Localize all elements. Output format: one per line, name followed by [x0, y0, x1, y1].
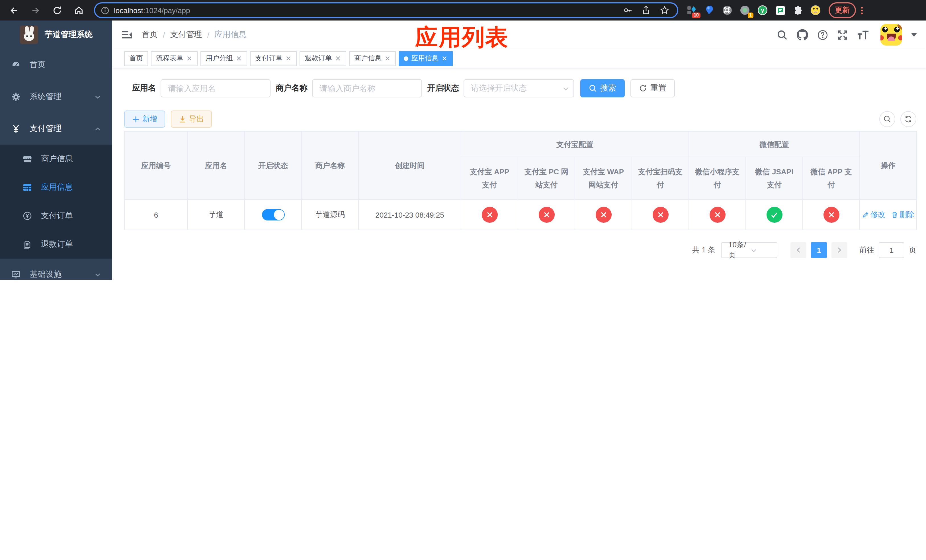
balloon-extension-icon[interactable]	[705, 5, 715, 15]
url-text: localhost:1024/pay/app	[114, 6, 190, 15]
col-create-time: 创建时间	[359, 131, 461, 200]
table-toolbar: 新增 导出	[124, 110, 916, 128]
document-icon	[23, 240, 32, 249]
close-icon[interactable]	[335, 55, 341, 62]
forward-icon[interactable]	[31, 5, 41, 15]
open-status-select[interactable]: 请选择开启状态	[464, 79, 574, 97]
yen-icon	[11, 124, 21, 133]
sidebar-item-label: 应用信息	[41, 182, 73, 192]
refresh-table-button[interactable]	[900, 111, 916, 127]
sidebar-item-refund-orders[interactable]: 退款订单	[0, 230, 112, 259]
delete-button[interactable]: 删除	[891, 210, 914, 220]
reset-button[interactable]: 重置	[631, 79, 675, 97]
extension-badge: 10	[692, 12, 701, 18]
next-page-button[interactable]	[831, 242, 847, 258]
sidebar-item-payment-orders[interactable]: 支付订单	[0, 202, 112, 230]
tab-payment-orders[interactable]: 支付订单	[250, 51, 297, 66]
navbar-actions	[777, 24, 917, 45]
merchant-name-input[interactable]	[312, 79, 422, 97]
active-dot	[404, 56, 409, 61]
col-wechat-lite: 微信小程序支付	[689, 157, 746, 200]
sidebar-item-home[interactable]: 首页	[0, 49, 112, 81]
tab-user-group[interactable]: 用户分组	[200, 51, 247, 66]
tab-merchant-info[interactable]: 商户信息	[349, 51, 396, 66]
sketch-extension-icon[interactable]: 10	[687, 5, 697, 15]
sidebar-fold-icon[interactable]	[121, 29, 133, 41]
home-icon[interactable]	[74, 5, 84, 15]
goto-page-input[interactable]	[879, 242, 904, 258]
recorder-extension-icon[interactable]: 1	[740, 5, 750, 15]
prev-page-button[interactable]	[790, 242, 806, 258]
close-icon[interactable]	[285, 55, 292, 62]
status-toggle[interactable]	[262, 209, 284, 221]
edit-button[interactable]: 修改	[862, 210, 885, 220]
cell-create-time: 2021-10-23 08:49:25	[359, 200, 461, 230]
goto-label: 前往	[859, 245, 874, 255]
search-button[interactable]: 搜索	[580, 79, 625, 97]
sidebar-item-label: 支付订单	[41, 211, 73, 221]
cell-merchant-name: 芋道源码	[301, 200, 359, 230]
tab-refund-orders[interactable]: 退款订单	[300, 51, 346, 66]
close-icon[interactable]	[384, 55, 391, 62]
col-actions: 操作	[859, 131, 917, 200]
sidebar-item-infrastructure[interactable]: 基础设施	[0, 259, 112, 280]
col-wechat-app: 微信 APP 支付	[803, 157, 859, 200]
sidebar: 芋道管理系统 首页 系统管理 支付管理 商户信息	[0, 21, 112, 280]
reload-icon[interactable]	[52, 5, 62, 15]
sidebar-item-app-info[interactable]: 应用信息	[0, 173, 112, 202]
gear-icon	[11, 92, 21, 101]
help-icon[interactable]	[817, 29, 828, 40]
sidebar-item-label: 基础设施	[30, 269, 62, 280]
font-size-icon[interactable]	[857, 29, 869, 40]
chevron-down-icon	[95, 94, 101, 100]
avatar[interactable]	[881, 24, 902, 45]
show-search-toggle-button[interactable]	[879, 111, 895, 127]
back-icon[interactable]	[9, 5, 19, 15]
update-browser-button[interactable]: 更新	[829, 2, 856, 18]
breadcrumb-payment[interactable]: 支付管理	[170, 30, 202, 40]
tab-app-info[interactable]: 应用信息	[399, 51, 453, 66]
tab-home[interactable]: 首页	[124, 51, 148, 66]
shop-icon	[23, 154, 32, 163]
current-page-button[interactable]: 1	[811, 242, 827, 258]
browser-extensions: 10 1 y	[687, 5, 821, 15]
col-group-wechat: 微信配置	[689, 131, 859, 157]
export-button[interactable]: 导出	[171, 110, 212, 128]
password-key-icon[interactable]	[623, 6, 632, 15]
close-icon[interactable]	[441, 55, 448, 62]
browser-menu-icon[interactable]	[861, 6, 863, 14]
emoji-profile-icon[interactable]	[810, 5, 821, 15]
site-info-icon[interactable]	[101, 6, 109, 15]
address-bar[interactable]: localhost:1024/pay/app	[94, 2, 678, 18]
close-icon[interactable]	[236, 55, 242, 62]
sidebar-logo[interactable]: 芋道管理系统	[0, 21, 112, 49]
extensions-puzzle-icon[interactable]	[793, 5, 803, 15]
bookmark-star-icon[interactable]	[660, 6, 669, 15]
screen: localhost:1024/pay/app 10 1 y 更新	[0, 0, 926, 280]
page-unit-label: 页	[909, 245, 916, 255]
caret-down-icon[interactable]	[911, 33, 917, 37]
command-extension-icon[interactable]	[722, 5, 732, 15]
sidebar-item-payment[interactable]: 支付管理	[0, 113, 112, 145]
page-size-select[interactable]: 10条/页	[721, 242, 777, 258]
app-name-input[interactable]	[160, 79, 271, 97]
sidebar-item-merchant-info[interactable]: 商户信息	[0, 145, 112, 173]
share-icon[interactable]	[642, 6, 651, 15]
open-status-label: 开启状态	[427, 83, 459, 94]
sidebar-item-system[interactable]: 系统管理	[0, 81, 112, 113]
col-alipay-qr: 支付宝扫码支付	[632, 157, 689, 200]
breadcrumb-home[interactable]: 首页	[142, 30, 158, 40]
col-wechat-jsapi: 微信 JSAPI 支付	[746, 157, 803, 200]
page-annotation: 应用列表	[415, 22, 508, 53]
grid-icon	[23, 183, 32, 192]
search-icon[interactable]	[777, 29, 788, 40]
payment-submenu: 商户信息 应用信息 支付订单 退款订单	[0, 145, 112, 259]
y-extension-icon[interactable]: y	[757, 5, 768, 15]
close-icon[interactable]	[186, 55, 192, 62]
navbar: 首页 / 支付管理 / 应用信息 应用列表	[112, 21, 926, 49]
fullscreen-icon[interactable]	[837, 29, 848, 40]
github-icon[interactable]	[797, 29, 808, 41]
chat-extension-icon[interactable]	[775, 5, 785, 15]
add-button[interactable]: 新增	[124, 110, 165, 128]
tab-process-form[interactable]: 流程表单	[151, 51, 198, 66]
